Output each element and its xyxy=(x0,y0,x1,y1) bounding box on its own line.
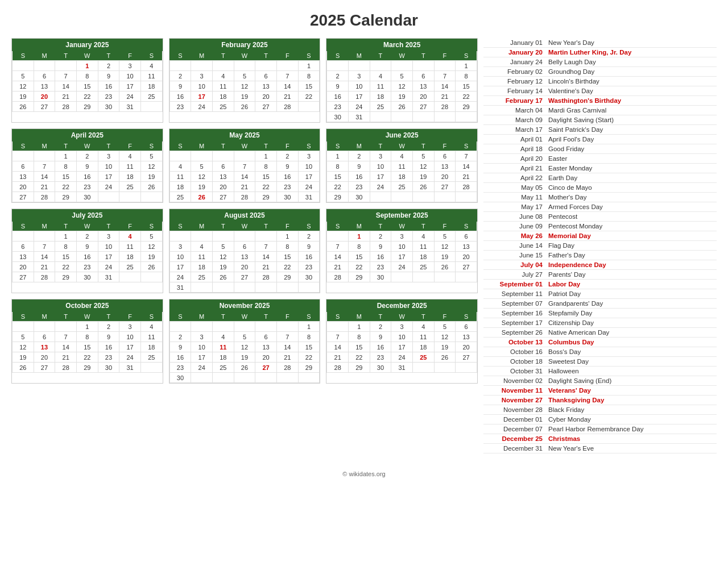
calendar-day: 22 xyxy=(348,262,370,272)
calendar-day: 13 xyxy=(412,81,434,91)
calendar-day: 2 xyxy=(76,231,98,242)
calendar-day: 20 xyxy=(434,172,456,182)
calendar-day: 19 xyxy=(13,91,34,102)
holiday-row: October 18Sweetest Day xyxy=(483,357,717,367)
calendar-day: 14 xyxy=(55,81,77,91)
calendar-day: 4 xyxy=(212,332,234,342)
day-header: T xyxy=(412,222,434,231)
holiday-name: Good Friday xyxy=(548,145,584,152)
calendar-day: 29 xyxy=(55,192,77,202)
calendar-day: 15 xyxy=(348,342,370,352)
holiday-date: January 24 xyxy=(486,59,548,65)
calendar-day: 10 xyxy=(298,161,320,172)
day-header: S xyxy=(456,222,477,231)
calendar-day xyxy=(327,61,349,71)
calendar-day: 26 xyxy=(191,192,213,202)
calendar-day: 20 xyxy=(34,91,55,102)
calendar-day: 5 xyxy=(212,242,234,252)
calendar-day: 11 xyxy=(370,81,391,91)
calendar-day xyxy=(255,322,277,332)
calendar-day: 3 xyxy=(191,332,213,342)
calendar-day: 4 xyxy=(169,161,191,172)
day-header: T xyxy=(412,51,434,61)
calendar-header: September 2025 xyxy=(326,209,477,222)
holiday-date: May 26 xyxy=(486,232,548,239)
calendar-header: March 2025 xyxy=(326,39,477,51)
calendar-day: 21 xyxy=(327,262,349,272)
holiday-name: Saint Patrick's Day xyxy=(548,126,603,133)
holiday-date: October 16 xyxy=(486,348,548,355)
holiday-date: December 31 xyxy=(486,445,548,452)
day-header: S xyxy=(13,51,34,61)
calendar-day: 1 xyxy=(298,61,320,71)
holiday-row: February 17Wasthington's Birthday xyxy=(483,96,717,106)
calendar-day: 24 xyxy=(98,262,119,272)
calendar-day: 30 xyxy=(370,363,391,373)
calendar-day: 8 xyxy=(76,71,98,81)
calendar-day: 23 xyxy=(98,352,119,363)
calendar-day: 3 xyxy=(391,231,413,242)
calendar-day xyxy=(456,112,477,122)
calendar-day: 11 xyxy=(412,242,434,252)
calendar-header: June 2025 xyxy=(326,129,477,141)
holiday-name: Pearl Harbor Remembrance Day xyxy=(548,426,643,432)
calendar-day: 19 xyxy=(13,352,34,363)
calendar-day: 7 xyxy=(34,242,55,252)
calendar-day: 13 xyxy=(34,81,55,91)
calendar-day: 3 xyxy=(370,151,391,161)
calendar-day xyxy=(212,231,234,242)
calendar-day: 25 xyxy=(391,182,413,192)
day-header: T xyxy=(255,312,277,322)
calendar-day xyxy=(234,322,255,332)
calendar-day: 13 xyxy=(456,332,477,342)
calendar-day: 17 xyxy=(191,91,213,102)
day-header: F xyxy=(276,312,298,322)
calendar-day: 16 xyxy=(348,172,370,182)
calendar-day: 30 xyxy=(276,192,298,202)
day-header: S xyxy=(327,51,349,61)
holiday-name: Boss's Day xyxy=(548,348,581,355)
day-header: W xyxy=(234,222,255,231)
calendar-day: 23 xyxy=(276,182,298,192)
day-header: S xyxy=(327,312,349,322)
holiday-date: February 14 xyxy=(486,88,548,94)
calendar-day: 10 xyxy=(391,332,413,342)
calendar-day: 16 xyxy=(298,252,320,262)
calendar-day: 9 xyxy=(370,242,391,252)
calendar-day xyxy=(255,282,277,293)
calendar-day: 18 xyxy=(191,262,213,272)
calendar-table: SMTWTFS123456789101112131415161718192021… xyxy=(326,222,477,282)
calendar-day: 2 xyxy=(298,231,320,242)
calendar-day: 13 xyxy=(456,242,477,252)
calendar-day xyxy=(391,272,413,282)
calendar-day: 18 xyxy=(412,252,434,262)
calendar-day: 11 xyxy=(140,332,162,342)
calendar-day: 17 xyxy=(191,352,213,363)
calendar-day: 25 xyxy=(119,182,141,192)
calendar-day: 25 xyxy=(191,272,213,282)
calendar-day: 21 xyxy=(276,352,298,363)
calendar-day: 10 xyxy=(391,242,413,252)
calendar-day: 14 xyxy=(234,172,255,182)
holiday-row: January 01New Year's Day xyxy=(483,38,717,48)
calendar-day: 15 xyxy=(255,172,277,182)
day-header: T xyxy=(212,312,234,322)
holiday-row: June 08Pentecost xyxy=(483,212,717,222)
holiday-row: September 01Labor Day xyxy=(483,280,717,289)
calendar-day: 6 xyxy=(456,231,477,242)
calendar-day: 27 xyxy=(434,182,456,192)
calendar-day: 23 xyxy=(76,262,98,272)
calendar-day: 5 xyxy=(412,151,434,161)
calendar-day: 4 xyxy=(412,322,434,332)
holiday-row: April 22Earth Day xyxy=(483,173,717,183)
day-header: M xyxy=(191,141,213,151)
day-header: T xyxy=(98,222,119,231)
calendar-day: 1 xyxy=(298,322,320,332)
calendar-day: 1 xyxy=(55,151,77,161)
calendar-day xyxy=(55,61,77,71)
day-header: M xyxy=(34,141,55,151)
holiday-row: April 18Good Friday xyxy=(483,144,717,154)
calendar-day: 10 xyxy=(191,342,213,352)
holiday-date: October 18 xyxy=(486,358,548,365)
calendar-day: 2 xyxy=(276,151,298,161)
